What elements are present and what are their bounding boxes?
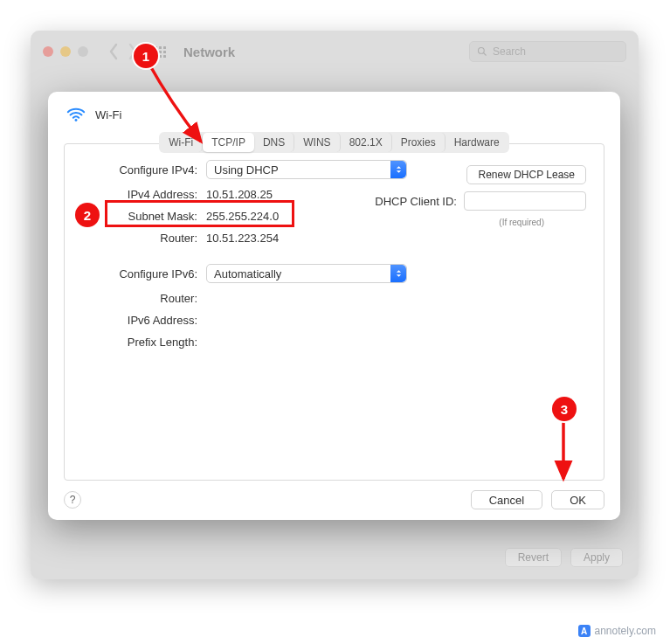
router-ipv6-label: Router: — [82, 292, 197, 305]
tab-tcpip[interactable]: TCP/IP — [203, 133, 254, 152]
annotation-badge-2: 2 — [75, 203, 100, 227]
svg-point-2 — [75, 119, 78, 121]
configure-ipv4-value: Using DHCP — [214, 163, 279, 177]
window-title: Network — [183, 45, 235, 59]
watermark-logo-icon: A — [578, 625, 591, 637]
sheet-footer: ? Cancel OK — [64, 490, 604, 509]
window-footer: Revert Apply — [505, 548, 623, 567]
annotation-badge-3: 3 — [552, 397, 577, 421]
apply-button[interactable]: Apply — [570, 548, 623, 567]
configure-ipv6-label: Configure IPv6: — [82, 267, 197, 280]
search-placeholder: Search — [493, 45, 526, 58]
annotation-badge-1: 1 — [134, 44, 158, 68]
subnet-mask-value: 255.255.224.0 — [206, 210, 279, 223]
router-ipv4-label: Router: — [82, 232, 197, 245]
revert-button[interactable]: Revert — [505, 548, 562, 567]
dhcp-client-id-label: DHCP Client ID: — [375, 195, 457, 208]
search-icon — [477, 46, 487, 57]
configure-ipv6-value: Automatically — [214, 267, 281, 280]
prefix-length-label: Prefix Length: — [82, 336, 197, 349]
ipv4-address-value: 10.51.208.25 — [206, 188, 273, 201]
tcpip-panel: Configure IPv4: Using DHCP IPv4 Address:… — [64, 143, 604, 481]
configure-ipv6-select[interactable]: Automatically — [206, 264, 407, 283]
configure-ipv4-label: Configure IPv4: — [82, 163, 197, 177]
tab-wins[interactable]: WINS — [294, 133, 340, 152]
tab-proxies[interactable]: Proxies — [392, 133, 446, 152]
window-toolbar: Network Search — [31, 31, 639, 73]
tab-8021x[interactable]: 802.1X — [341, 133, 392, 152]
ipv6-address-label: IPv6 Address: — [82, 314, 197, 327]
wifi-icon — [64, 104, 88, 125]
watermark: A annotely.com — [578, 625, 656, 637]
dhcp-section: Renew DHCP Lease DHCP Client ID: (If req… — [375, 165, 586, 227]
tab-hardware[interactable]: Hardware — [446, 133, 508, 152]
required-note: (If required) — [499, 218, 544, 227]
dhcp-client-id-input[interactable] — [464, 191, 586, 211]
tab-wifi[interactable]: Wi-Fi — [160, 133, 203, 152]
dropdown-caret-icon — [390, 265, 406, 282]
cancel-button[interactable]: Cancel — [471, 490, 542, 509]
close-button[interactable] — [43, 46, 53, 57]
tab-bar: Wi-Fi TCP/IP DNS WINS 802.1X Proxies Har… — [64, 132, 604, 153]
router-ipv4-value: 10.51.223.254 — [206, 232, 279, 245]
zoom-button[interactable] — [78, 46, 88, 57]
svg-line-1 — [484, 53, 487, 56]
sheet-title: Wi-Fi — [95, 108, 121, 121]
ok-button[interactable]: OK — [551, 490, 604, 509]
traffic-lights — [43, 46, 88, 57]
renew-dhcp-button[interactable]: Renew DHCP Lease — [466, 165, 586, 184]
svg-point-0 — [479, 48, 485, 54]
minimize-button[interactable] — [60, 46, 71, 57]
ipv4-address-label: IPv4 Address: — [82, 188, 197, 201]
advanced-settings-sheet: Wi-Fi Wi-Fi TCP/IP DNS WINS 802.1X Proxi… — [48, 92, 620, 520]
tab-dns[interactable]: DNS — [254, 133, 294, 152]
watermark-text: annotely.com — [595, 625, 656, 637]
help-button[interactable]: ? — [64, 491, 81, 509]
search-input[interactable]: Search — [469, 41, 626, 62]
back-icon[interactable] — [106, 43, 121, 60]
sheet-header: Wi-Fi — [64, 104, 604, 125]
